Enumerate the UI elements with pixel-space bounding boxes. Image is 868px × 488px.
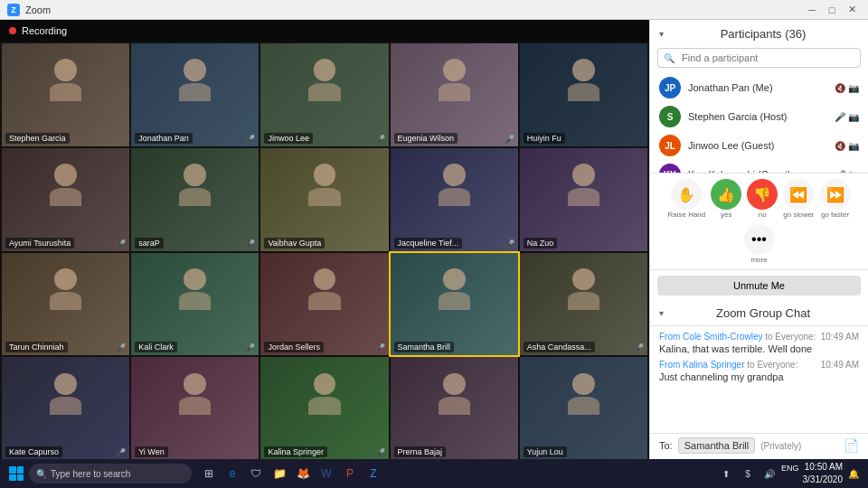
video-cell[interactable]: Na Zuo [520, 148, 647, 251]
chat-text-content: Kalina, that was terrible. Well done [659, 343, 859, 354]
security-icon[interactable]: 🛡 [246, 464, 266, 483]
search-participant-input[interactable] [657, 48, 861, 68]
taskbar-search[interactable]: 🔍 Type here to search [29, 464, 192, 483]
participant-list: JPJonathan Pan (Me)🔇📷SStephen Garcia (Ho… [650, 73, 868, 173]
participants-chevron[interactable]: ▾ [659, 29, 664, 39]
reaction-item[interactable]: 👍yes [711, 179, 741, 219]
video-cell[interactable]: Ayumi Tsurushita🎤 [2, 148, 129, 251]
video-name-label: Kalina Springer [264, 446, 327, 457]
camera-icon: 📷 [848, 112, 859, 122]
reaction-button[interactable]: 👎 [747, 179, 778, 210]
video-name-label: Huiyin Fu [524, 133, 565, 144]
video-name-label: Yi Wen [135, 446, 168, 457]
video-cell[interactable]: Tarun Chinniah🎤 [2, 253, 129, 356]
mic-icon: 🎤 [835, 112, 845, 122]
powerpoint-icon[interactable]: P [340, 464, 360, 483]
system-tray: ⬆ $ 🔊 ENG [716, 464, 799, 483]
app-icon: Z [7, 4, 20, 16]
participant-row[interactable]: KKKen Kobayashi (Guest)🎤📷 [650, 160, 868, 173]
chat-timestamp: 10:49 AM [821, 332, 859, 342]
video-name-label: Vaibhav Gupta [264, 238, 325, 249]
main-area: Recording Stephen GarciaJonathan Pan🎤Jin… [0, 20, 868, 488]
maximize-button[interactable]: □ [823, 3, 841, 17]
chat-chevron[interactable]: ▾ [659, 308, 664, 318]
edge-icon[interactable]: e [222, 464, 242, 483]
chat-sender-name: From Cole Smith-Crowley [659, 332, 762, 342]
currency-icon[interactable]: $ [738, 464, 758, 483]
reaction-label: Raise Hand [667, 211, 705, 219]
word-icon[interactable]: W [316, 464, 336, 483]
video-cell[interactable]: Stephen Garcia [2, 43, 129, 146]
video-cell[interactable]: Yujun Lou [520, 357, 647, 460]
chat-recipient-label: to Everyone: [762, 332, 816, 342]
participant-status-icons: 🔇📷 [835, 141, 859, 151]
minimize-button[interactable]: ─ [803, 3, 821, 17]
mute-icon: 🎤 [375, 135, 385, 144]
video-cell[interactable]: Yi Wen [131, 357, 259, 460]
video-cell[interactable]: Eugenia Wilson🎤 [391, 43, 518, 146]
participant-avatar: JP [659, 77, 681, 99]
video-cell[interactable]: Vaibhav Gupta [260, 148, 388, 251]
mute-icon: 🎤 [375, 448, 385, 457]
participant-name: Stephen Garcia (Host) [688, 111, 827, 122]
unmute-button[interactable]: Unmute Me [657, 276, 861, 296]
app4-icon[interactable]: 🦊 [293, 464, 313, 483]
volume-icon[interactable]: 🔊 [760, 464, 779, 483]
task-view-icon[interactable]: ⊞ [199, 464, 219, 483]
taskbar: 🔍 Type here to search ⊞ e 🛡 📁 🦊 W P Z ⬆ … [0, 459, 868, 488]
video-cell[interactable]: Jacqueline Tief...🎤 [391, 148, 518, 251]
participant-row[interactable]: JLJinwoo Lee (Guest)🔇📷 [650, 131, 868, 160]
video-cell[interactable]: saraP🎤 [131, 148, 259, 251]
video-cell[interactable]: Kalina Springer🎤 [260, 357, 388, 460]
reaction-item[interactable]: 👎no [747, 179, 778, 219]
zoom-icon[interactable]: Z [363, 464, 383, 483]
app3-icon[interactable]: 📁 [269, 464, 289, 483]
reaction-button[interactable]: 👍 [711, 179, 741, 210]
video-name-label: Kate Capurso [5, 446, 62, 457]
chat-messages: From Cole Smith-Crowley to Everyone:10:4… [650, 326, 868, 433]
video-cell[interactable]: Jinwoo Lee🎤 [260, 43, 388, 146]
video-cell[interactable]: Jonathan Pan🎤 [131, 43, 259, 146]
camera-icon: 📷 [848, 141, 859, 151]
reaction-button[interactable]: ✋ [671, 179, 702, 210]
video-cell[interactable]: Prerna Bajaj [391, 357, 518, 460]
reaction-button[interactable]: ⏩ [820, 179, 851, 210]
reaction-buttons: ✋Raise Hand👍yes👎no⏪go slower⏩go faster••… [657, 179, 861, 264]
close-button[interactable]: ✕ [843, 3, 861, 17]
network-icon[interactable]: ⬆ [716, 464, 736, 483]
window-controls[interactable]: ─ □ ✕ [803, 3, 861, 17]
recording-indicator [9, 27, 16, 34]
video-name-label: Tarun Chinniah [5, 342, 68, 352]
video-cell[interactable]: Kali Clark🎤 [131, 253, 259, 356]
chat-recipient-selector[interactable]: Samantha Brill [678, 437, 756, 454]
video-cell[interactable]: Kate Capurso🎤 [2, 357, 129, 460]
recording-label: Recording [22, 25, 67, 36]
reaction-button[interactable]: ••• [744, 224, 775, 255]
search-icon: 🔍 [664, 53, 675, 63]
video-name-label: Jinwoo Lee [264, 133, 313, 144]
reaction-label: go faster [821, 211, 849, 219]
participant-row[interactable]: JPJonathan Pan (Me)🔇📷 [650, 73, 868, 102]
video-cell[interactable]: Asha Candassa...🎤 [520, 253, 647, 356]
reaction-button[interactable]: ⏪ [783, 179, 814, 210]
clock-time: 10:50 AM [803, 461, 844, 474]
notification-icon[interactable]: 🔔 [846, 466, 861, 481]
reaction-item[interactable]: ⏩go faster [820, 179, 851, 219]
reaction-label: go slower [783, 211, 814, 219]
participant-row[interactable]: SStephen Garcia (Host)🎤📷 [650, 102, 868, 131]
mic-icon: 🔇 [835, 83, 845, 93]
mic-icon: 🔇 [835, 141, 845, 151]
reaction-item[interactable]: •••more [744, 224, 775, 264]
chat-from-line: From Cole Smith-Crowley to Everyone:10:4… [659, 332, 859, 342]
video-grid: Stephen GarciaJonathan Pan🎤Jinwoo Lee🎤Eu… [0, 42, 649, 488]
chat-file-button[interactable]: 📄 [844, 438, 859, 453]
video-cell[interactable]: Jordan Sellers🎤 [260, 253, 388, 356]
reaction-item[interactable]: ⏪go slower [783, 179, 814, 219]
video-cell[interactable]: Huiyin Fu [520, 43, 647, 146]
taskbar-right: ⬆ $ 🔊 ENG 10:50 AM 3/31/2020 🔔 [716, 461, 864, 486]
start-button[interactable] [4, 466, 29, 481]
reaction-item[interactable]: ✋Raise Hand [667, 179, 705, 219]
participant-status-icons: 🎤📷 [835, 112, 859, 122]
video-cell[interactable]: Samantha Brill [391, 253, 518, 356]
title-bar: Z Zoom ─ □ ✕ [0, 0, 868, 20]
